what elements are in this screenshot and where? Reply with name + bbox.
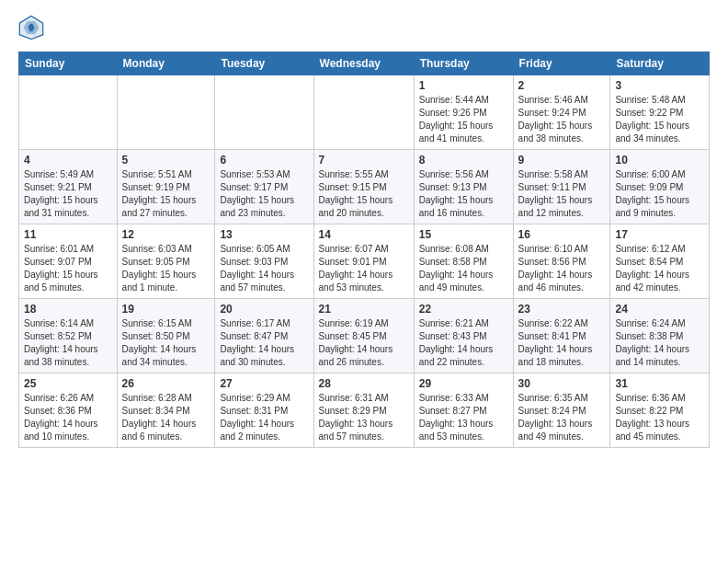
day-info: Sunrise: 6:15 AMSunset: 8:50 PMDaylight:… xyxy=(122,317,210,369)
day-info: Sunrise: 5:56 AMSunset: 9:13 PMDaylight:… xyxy=(419,168,508,220)
day-number: 8 xyxy=(419,154,508,167)
page-header xyxy=(18,15,710,40)
calendar-cell: 16Sunrise: 6:10 AMSunset: 8:56 PMDayligh… xyxy=(513,224,610,299)
day-info: Sunrise: 6:05 AMSunset: 9:03 PMDaylight:… xyxy=(220,243,308,294)
calendar-cell: 30Sunrise: 6:35 AMSunset: 8:24 PMDayligh… xyxy=(513,373,610,448)
calendar-week-5: 25Sunrise: 6:26 AMSunset: 8:36 PMDayligh… xyxy=(19,373,710,448)
day-number: 13 xyxy=(220,228,308,241)
day-info: Sunrise: 5:49 AMSunset: 9:21 PMDaylight:… xyxy=(24,168,112,220)
day-number: 5 xyxy=(122,154,210,167)
day-info: Sunrise: 6:12 AMSunset: 8:54 PMDaylight:… xyxy=(615,243,704,294)
calendar-cell: 21Sunrise: 6:19 AMSunset: 8:45 PMDayligh… xyxy=(313,299,414,373)
calendar-cell xyxy=(117,75,215,150)
calendar-cell: 14Sunrise: 6:07 AMSunset: 9:01 PMDayligh… xyxy=(313,224,414,299)
calendar-cell: 4Sunrise: 5:49 AMSunset: 9:21 PMDaylight… xyxy=(19,150,118,224)
day-number: 22 xyxy=(419,303,508,316)
calendar-table: SundayMondayTuesdayWednesdayThursdayFrid… xyxy=(18,52,710,448)
calendar-cell: 15Sunrise: 6:08 AMSunset: 8:58 PMDayligh… xyxy=(414,224,513,299)
day-info: Sunrise: 6:07 AMSunset: 9:01 PMDaylight:… xyxy=(319,243,409,294)
day-info: Sunrise: 5:58 AMSunset: 9:11 PMDaylight:… xyxy=(518,168,606,220)
day-header-wednesday: Wednesday xyxy=(313,52,414,75)
calendar-header-row: SundayMondayTuesdayWednesdayThursdayFrid… xyxy=(19,52,710,75)
day-number: 16 xyxy=(518,228,606,241)
calendar-cell: 17Sunrise: 6:12 AMSunset: 8:54 PMDayligh… xyxy=(610,224,710,299)
day-info: Sunrise: 6:21 AMSunset: 8:43 PMDaylight:… xyxy=(419,317,508,369)
calendar-cell: 12Sunrise: 6:03 AMSunset: 9:05 PMDayligh… xyxy=(117,224,215,299)
day-number: 11 xyxy=(24,228,112,241)
day-info: Sunrise: 6:00 AMSunset: 9:09 PMDaylight:… xyxy=(615,168,704,220)
calendar-cell: 5Sunrise: 5:51 AMSunset: 9:19 PMDaylight… xyxy=(117,150,215,224)
calendar-cell: 26Sunrise: 6:28 AMSunset: 8:34 PMDayligh… xyxy=(117,373,215,448)
day-info: Sunrise: 6:19 AMSunset: 8:45 PMDaylight:… xyxy=(319,317,409,369)
day-number: 1 xyxy=(419,79,508,92)
day-number: 17 xyxy=(615,228,704,241)
day-number: 12 xyxy=(122,228,210,241)
calendar-cell: 9Sunrise: 5:58 AMSunset: 9:11 PMDaylight… xyxy=(513,150,610,224)
day-info: Sunrise: 6:10 AMSunset: 8:56 PMDaylight:… xyxy=(518,243,606,294)
calendar-page: SundayMondayTuesdayWednesdayThursdayFrid… xyxy=(0,0,728,457)
day-number: 28 xyxy=(319,377,409,390)
day-info: Sunrise: 6:36 AMSunset: 8:22 PMDaylight:… xyxy=(615,392,704,443)
day-header-monday: Monday xyxy=(117,52,215,75)
day-info: Sunrise: 5:51 AMSunset: 9:19 PMDaylight:… xyxy=(122,168,210,220)
day-info: Sunrise: 6:28 AMSunset: 8:34 PMDaylight:… xyxy=(122,392,210,443)
calendar-cell: 20Sunrise: 6:17 AMSunset: 8:47 PMDayligh… xyxy=(215,299,313,373)
day-number: 23 xyxy=(518,303,606,316)
calendar-cell: 8Sunrise: 5:56 AMSunset: 9:13 PMDaylight… xyxy=(414,150,513,224)
day-number: 19 xyxy=(122,303,210,316)
day-number: 14 xyxy=(319,228,409,241)
calendar-cell: 7Sunrise: 5:55 AMSunset: 9:15 PMDaylight… xyxy=(313,150,414,224)
day-number: 7 xyxy=(319,154,409,167)
calendar-cell: 2Sunrise: 5:46 AMSunset: 9:24 PMDaylight… xyxy=(513,75,610,150)
day-info: Sunrise: 6:31 AMSunset: 8:29 PMDaylight:… xyxy=(319,392,409,443)
day-number: 6 xyxy=(220,154,308,167)
day-number: 3 xyxy=(615,79,704,92)
calendar-cell: 25Sunrise: 6:26 AMSunset: 8:36 PMDayligh… xyxy=(19,373,118,448)
day-number: 21 xyxy=(319,303,409,316)
calendar-cell: 3Sunrise: 5:48 AMSunset: 9:22 PMDaylight… xyxy=(610,75,710,150)
day-info: Sunrise: 6:03 AMSunset: 9:05 PMDaylight:… xyxy=(122,243,210,294)
calendar-week-3: 11Sunrise: 6:01 AMSunset: 9:07 PMDayligh… xyxy=(19,224,710,299)
day-info: Sunrise: 6:33 AMSunset: 8:27 PMDaylight:… xyxy=(419,392,508,443)
day-info: Sunrise: 6:35 AMSunset: 8:24 PMDaylight:… xyxy=(518,392,606,443)
day-number: 27 xyxy=(220,377,308,390)
calendar-cell xyxy=(215,75,313,150)
day-number: 25 xyxy=(24,377,112,390)
day-number: 9 xyxy=(518,154,606,167)
day-info: Sunrise: 6:14 AMSunset: 8:52 PMDaylight:… xyxy=(24,317,112,369)
calendar-cell: 1Sunrise: 5:44 AMSunset: 9:26 PMDaylight… xyxy=(414,75,513,150)
day-header-friday: Friday xyxy=(513,52,610,75)
day-info: Sunrise: 6:01 AMSunset: 9:07 PMDaylight:… xyxy=(24,243,112,294)
calendar-cell: 6Sunrise: 5:53 AMSunset: 9:17 PMDaylight… xyxy=(215,150,313,224)
day-info: Sunrise: 6:24 AMSunset: 8:38 PMDaylight:… xyxy=(615,317,704,369)
day-info: Sunrise: 5:46 AMSunset: 9:24 PMDaylight:… xyxy=(518,94,606,145)
day-info: Sunrise: 6:17 AMSunset: 8:47 PMDaylight:… xyxy=(220,317,308,369)
calendar-cell: 19Sunrise: 6:15 AMSunset: 8:50 PMDayligh… xyxy=(117,299,215,373)
calendar-cell: 13Sunrise: 6:05 AMSunset: 9:03 PMDayligh… xyxy=(215,224,313,299)
day-info: Sunrise: 5:44 AMSunset: 9:26 PMDaylight:… xyxy=(419,94,508,145)
day-info: Sunrise: 5:48 AMSunset: 9:22 PMDaylight:… xyxy=(615,94,704,145)
day-number: 24 xyxy=(615,303,704,316)
day-info: Sunrise: 6:29 AMSunset: 8:31 PMDaylight:… xyxy=(220,392,308,443)
calendar-cell: 24Sunrise: 6:24 AMSunset: 8:38 PMDayligh… xyxy=(610,299,710,373)
day-number: 15 xyxy=(419,228,508,241)
day-number: 26 xyxy=(122,377,210,390)
day-number: 29 xyxy=(419,377,508,390)
calendar-week-1: 1Sunrise: 5:44 AMSunset: 9:26 PMDaylight… xyxy=(19,75,710,150)
calendar-cell: 11Sunrise: 6:01 AMSunset: 9:07 PMDayligh… xyxy=(19,224,118,299)
calendar-cell: 29Sunrise: 6:33 AMSunset: 8:27 PMDayligh… xyxy=(414,373,513,448)
calendar-week-4: 18Sunrise: 6:14 AMSunset: 8:52 PMDayligh… xyxy=(19,299,710,373)
day-number: 30 xyxy=(518,377,606,390)
day-header-thursday: Thursday xyxy=(414,52,513,75)
day-info: Sunrise: 6:08 AMSunset: 8:58 PMDaylight:… xyxy=(419,243,508,294)
day-number: 2 xyxy=(518,79,606,92)
calendar-cell: 22Sunrise: 6:21 AMSunset: 8:43 PMDayligh… xyxy=(414,299,513,373)
day-number: 18 xyxy=(24,303,112,316)
calendar-cell: 10Sunrise: 6:00 AMSunset: 9:09 PMDayligh… xyxy=(610,150,710,224)
logo-icon xyxy=(18,15,44,40)
day-number: 10 xyxy=(615,154,704,167)
day-header-tuesday: Tuesday xyxy=(215,52,313,75)
day-number: 31 xyxy=(615,377,704,390)
calendar-cell: 27Sunrise: 6:29 AMSunset: 8:31 PMDayligh… xyxy=(215,373,313,448)
day-header-sunday: Sunday xyxy=(19,52,118,75)
